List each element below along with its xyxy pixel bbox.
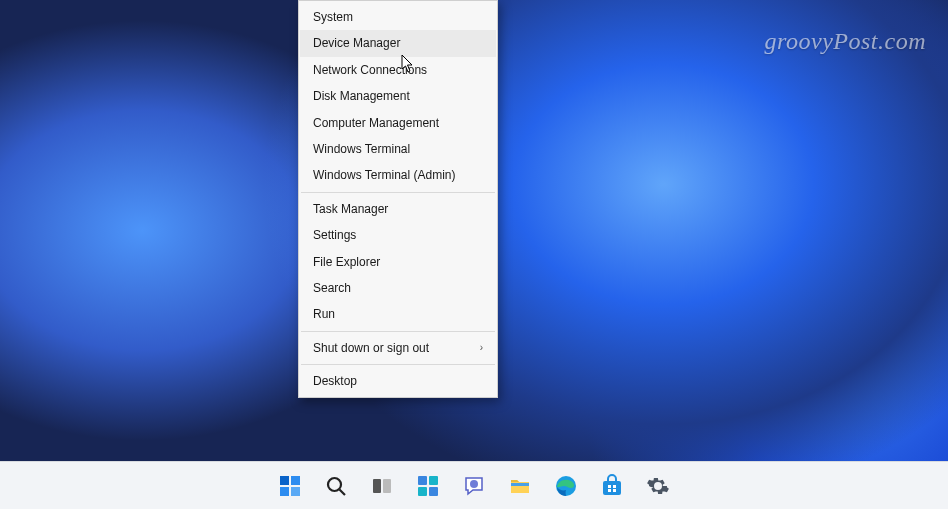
menu-item-shut-down-or-sign-out[interactable]: Shut down or sign out› (300, 335, 496, 361)
menu-item-windows-terminal[interactable]: Windows Terminal (300, 136, 496, 162)
watermark-text: groovyPost.com (765, 28, 926, 55)
settings-icon (646, 474, 670, 498)
menu-item-search[interactable]: Search (300, 275, 496, 301)
menu-item-label: Windows Terminal (313, 142, 410, 156)
svg-rect-6 (373, 479, 381, 493)
menu-item-label: Search (313, 281, 351, 295)
svg-rect-16 (608, 485, 611, 488)
menu-separator (301, 192, 495, 193)
menu-item-label: Network Connections (313, 63, 427, 77)
menu-item-label: Task Manager (313, 202, 388, 216)
menu-separator (301, 331, 495, 332)
chevron-right-icon: › (480, 342, 483, 354)
file-explorer-button[interactable] (500, 466, 540, 506)
menu-item-network-connections[interactable]: Network Connections (300, 57, 496, 83)
widgets-icon (416, 474, 440, 498)
menu-item-disk-management[interactable]: Disk Management (300, 83, 496, 109)
svg-rect-11 (429, 487, 438, 496)
chat-button[interactable] (454, 466, 494, 506)
svg-rect-19 (613, 489, 616, 492)
winx-context-menu: SystemDevice ManagerNetwork ConnectionsD… (298, 0, 498, 398)
svg-rect-7 (383, 479, 391, 493)
svg-rect-0 (280, 476, 289, 485)
task-view-button[interactable] (362, 466, 402, 506)
desktop-wallpaper: groovyPost.com SystemDevice ManagerNetwo… (0, 0, 948, 461)
svg-rect-3 (291, 487, 300, 496)
svg-point-12 (470, 480, 478, 488)
menu-item-label: File Explorer (313, 255, 380, 269)
settings-button[interactable] (638, 466, 678, 506)
menu-item-windows-terminal-admin[interactable]: Windows Terminal (Admin) (300, 162, 496, 188)
menu-item-label: System (313, 10, 353, 24)
menu-item-label: Desktop (313, 374, 357, 388)
start-icon (278, 474, 302, 498)
svg-rect-15 (603, 481, 621, 495)
chat-icon (462, 474, 486, 498)
menu-item-label: Run (313, 307, 335, 321)
svg-rect-13 (511, 483, 529, 486)
file-explorer-icon (508, 474, 532, 498)
menu-item-settings[interactable]: Settings (300, 222, 496, 248)
store-button[interactable] (592, 466, 632, 506)
taskbar (0, 461, 948, 509)
svg-rect-1 (291, 476, 300, 485)
menu-item-file-explorer[interactable]: File Explorer (300, 249, 496, 275)
search-button[interactable] (316, 466, 356, 506)
menu-item-desktop[interactable]: Desktop (300, 368, 496, 394)
svg-rect-8 (418, 476, 427, 485)
widgets-button[interactable] (408, 466, 448, 506)
svg-rect-10 (418, 487, 427, 496)
svg-rect-17 (613, 485, 616, 488)
svg-rect-18 (608, 489, 611, 492)
menu-separator (301, 364, 495, 365)
menu-item-computer-management[interactable]: Computer Management (300, 110, 496, 136)
menu-item-label: Shut down or sign out (313, 341, 429, 355)
task-view-icon (370, 474, 394, 498)
menu-item-run[interactable]: Run (300, 301, 496, 327)
menu-item-label: Disk Management (313, 89, 410, 103)
store-icon (600, 474, 624, 498)
menu-item-label: Computer Management (313, 116, 439, 130)
svg-line-5 (340, 489, 346, 495)
menu-item-device-manager[interactable]: Device Manager (300, 30, 496, 56)
search-icon (324, 474, 348, 498)
start-button[interactable] (270, 466, 310, 506)
svg-rect-2 (280, 487, 289, 496)
menu-item-label: Device Manager (313, 36, 400, 50)
menu-item-task-manager[interactable]: Task Manager (300, 196, 496, 222)
edge-icon (554, 474, 578, 498)
svg-point-4 (328, 478, 341, 491)
menu-item-label: Settings (313, 228, 356, 242)
menu-item-label: Windows Terminal (Admin) (313, 168, 455, 182)
svg-rect-9 (429, 476, 438, 485)
menu-item-system[interactable]: System (300, 4, 496, 30)
edge-button[interactable] (546, 466, 586, 506)
